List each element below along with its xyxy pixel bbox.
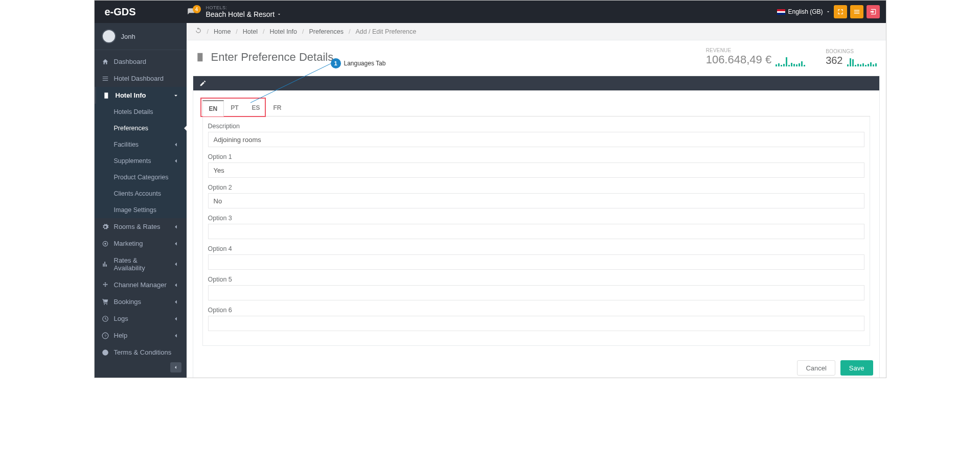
chevron-left-icon (172, 157, 179, 165)
option3-label: Option 3 (208, 215, 864, 222)
cancel-button[interactable]: Cancel (797, 360, 835, 376)
panel-header (193, 76, 879, 90)
nav-rates-availability[interactable]: Rates & Availability (95, 252, 187, 276)
kpi-bookings-label: BOOKINGS (826, 49, 876, 54)
language-tabs: EN PT ES FR (202, 100, 870, 116)
breadcrumb-home[interactable]: Home (214, 28, 231, 35)
language-label: English (GB) (788, 8, 823, 15)
nav-label: Rates & Availability (114, 256, 167, 272)
user-block[interactable]: Jonh (95, 23, 187, 50)
brand-logo: e-GDS (95, 6, 187, 18)
page-title-text: Enter Preference Details (211, 51, 334, 64)
nav-bookings[interactable]: Bookings (95, 293, 187, 310)
tab-en[interactable]: EN (202, 100, 224, 116)
nav-label: Bookings (114, 298, 141, 306)
annotation-text: Languages Tab (344, 60, 386, 67)
target-icon (102, 240, 109, 247)
tab-fr[interactable]: FR (267, 100, 288, 116)
chevron-left-icon (172, 141, 179, 148)
subnav-hotels-details[interactable]: Hotels Details (95, 104, 187, 120)
refresh-icon (195, 27, 202, 34)
breadcrumb-hotel-info[interactable]: Hotel Info (269, 28, 297, 35)
fullscreen-button[interactable] (834, 5, 847, 18)
kpi-revenue-value: 106.648,49 € (706, 53, 771, 66)
nav-hotel-dashboard[interactable]: Hotel Dashboard (95, 70, 187, 87)
kpi-revenue-label: REVENUE (706, 48, 805, 53)
nav-dashboard[interactable]: Dashboard (95, 53, 187, 70)
refresh-button[interactable] (195, 27, 202, 36)
option1-input[interactable] (208, 162, 864, 178)
description-input[interactable] (208, 132, 864, 147)
top-bar: e-GDS 4 HOTELS: Beach Hotel & Resort Eng… (95, 1, 886, 23)
sign-out-icon (870, 8, 877, 15)
nav-rooms-rates[interactable]: Rooms & Rates (95, 218, 187, 235)
option4-label: Option 4 (208, 245, 864, 252)
subnav-preferences[interactable]: Preferences (95, 120, 187, 136)
chart-icon (102, 261, 109, 268)
hotels-label: HOTELS: (206, 5, 282, 10)
expand-icon (837, 8, 844, 15)
sidebar: Jonh Dashboard Hotel Dashboard Hotel Inf… (95, 23, 187, 378)
chevron-down-icon (277, 12, 282, 17)
nav-terms[interactable]: Terms & Conditions (95, 344, 187, 361)
nav-label: Terms & Conditions (114, 348, 172, 356)
notifications-button[interactable]: 4 (187, 7, 202, 16)
nav-label: Hotel Info (116, 91, 146, 99)
nav-label: Dashboard (114, 58, 147, 65)
option5-label: Option 5 (208, 276, 864, 283)
chevron-left-icon (172, 298, 179, 306)
user-name: Jonh (121, 33, 135, 40)
nav-label: Help (114, 332, 128, 339)
option6-input[interactable] (208, 316, 864, 331)
nav-hotel-info[interactable]: Hotel Info (95, 87, 187, 104)
nav-channel-manager[interactable]: Channel Manager (95, 276, 187, 293)
chevron-left-icon (172, 282, 179, 289)
chevron-left-icon (172, 332, 179, 339)
option3-input[interactable] (208, 224, 864, 239)
option2-input[interactable] (208, 193, 864, 208)
arrow-left-icon (173, 364, 179, 370)
tab-es[interactable]: ES (245, 100, 267, 116)
nav-label: Preferences (114, 125, 148, 132)
nav-help[interactable]: ?Help (95, 327, 187, 344)
svg-point-3 (106, 303, 107, 305)
language-selector[interactable]: English (GB) (777, 8, 830, 15)
description-label: Description (208, 123, 864, 130)
revenue-sparkline (776, 54, 805, 66)
breadcrumb-preferences[interactable]: Preferences (309, 28, 343, 35)
building-icon (103, 92, 110, 99)
menu-button[interactable] (850, 5, 863, 18)
nav-logs[interactable]: Logs (95, 310, 187, 327)
move-icon (102, 282, 109, 289)
hotel-selector[interactable]: HOTELS: Beach Hotel & Resort (206, 5, 282, 18)
nav-label: Marketing (114, 240, 143, 247)
option6-label: Option 6 (208, 307, 864, 314)
title-bar: Enter Preference Details REVENUE 106.648… (187, 40, 886, 76)
chevron-left-icon (172, 223, 179, 230)
edit-icon (199, 80, 207, 87)
subnav-supplements[interactable]: Supplements (95, 153, 187, 169)
subnav-facilities[interactable]: Facilities (95, 136, 187, 153)
svg-point-1 (104, 243, 106, 245)
subnav-image-settings[interactable]: Image Settings (95, 202, 187, 218)
option4-input[interactable] (208, 254, 864, 270)
option5-input[interactable] (208, 285, 864, 300)
sidebar-collapse-button[interactable] (170, 362, 181, 372)
save-button[interactable]: Save (840, 360, 873, 376)
nav-marketing[interactable]: Marketing (95, 235, 187, 252)
option1-label: Option 1 (208, 153, 864, 160)
breadcrumb-hotel[interactable]: Hotel (243, 28, 258, 35)
nav-label: Clients Accounts (114, 190, 161, 197)
question-icon: ? (102, 332, 109, 339)
chevron-down-icon (826, 9, 831, 14)
logout-button[interactable] (867, 5, 880, 18)
flag-icon (777, 9, 785, 15)
list-icon (102, 75, 109, 82)
chevron-left-icon (172, 240, 179, 247)
nav-label: Supplements (114, 157, 151, 165)
subnav-product-categories[interactable]: Product Categories (95, 169, 187, 185)
subnav-clients-accounts[interactable]: Clients Accounts (95, 185, 187, 202)
bars-icon (853, 8, 860, 15)
tab-pt[interactable]: PT (224, 100, 245, 116)
nav-label: Facilities (114, 141, 139, 148)
